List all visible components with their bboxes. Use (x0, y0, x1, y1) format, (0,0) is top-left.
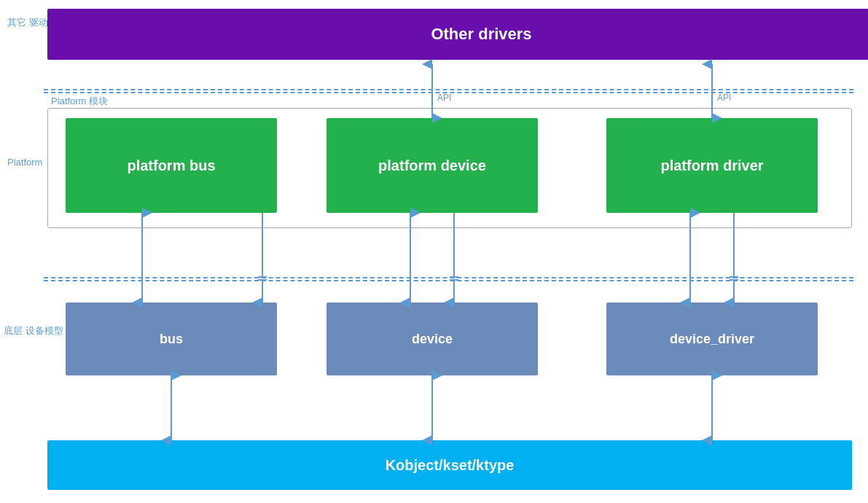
dashed-line-bottom (44, 277, 853, 278)
svg-text:API: API (437, 93, 451, 103)
dashed-line-top-2 (44, 92, 853, 93)
other-drivers-box: Other drivers (47, 9, 868, 60)
platform-bus-box: platform bus (66, 118, 277, 213)
device-driver-box: device_driver (606, 303, 818, 375)
diagram-container: 其它 驱动 Other drivers Platform 模块 Platform… (0, 0, 868, 503)
bottom-layer-label: 底层 设备模型 (4, 324, 63, 338)
dashed-line-top (44, 89, 853, 90)
svg-text:API: API (717, 93, 731, 103)
other-drivers-side-label: 其它 驱动 (7, 16, 48, 29)
dashed-line-bottom-2 (44, 280, 853, 281)
platform-driver-box: platform driver (606, 118, 818, 213)
device-box: device (327, 303, 538, 375)
arrows-overlay: API API (0, 0, 868, 503)
platform-label: Platform (7, 157, 42, 168)
platform-device-box: platform device (327, 118, 538, 213)
bus-box: bus (66, 303, 277, 375)
kobject-bar: Kobject/kset/ktype (47, 440, 852, 490)
platform-module-label: Platform 模块 (51, 95, 108, 108)
